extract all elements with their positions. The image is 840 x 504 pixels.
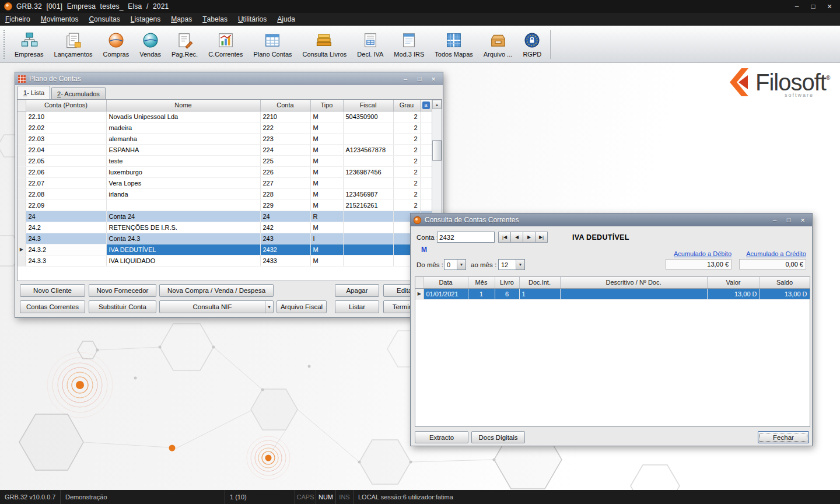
toolbar-ccorrentes[interactable]: C.Correntes (203, 27, 248, 62)
plano-de-contas-window: Plano de Contas – □ × 1 - Lista 2 - Acum… (15, 72, 443, 318)
table-row[interactable]: ▶24.3.2IVA DEDUTÍVEL2432M (18, 244, 432, 255)
maximize-button[interactable]: □ (805, 1, 821, 12)
toolbar-plano-contas[interactable]: Plano Contas (248, 27, 297, 62)
menu-tabelas[interactable]: Tabelas (197, 13, 233, 26)
menu-movimentos[interactable]: Movimentos (36, 13, 84, 26)
column-header[interactable]: Mês (468, 277, 495, 288)
toolbar-consulta-livros[interactable]: Consulta Livros (298, 27, 352, 62)
column-header[interactable]: Grau (393, 100, 420, 111)
row-indicator (18, 188, 26, 200)
column-header[interactable]: Conta (Pontos) (26, 100, 106, 111)
column-header[interactable]: Conta (260, 100, 310, 111)
scrollbar-thumb[interactable] (432, 140, 442, 161)
table-row[interactable]: 22.04ESPANHA224MA12345678782 (18, 144, 432, 155)
table-row[interactable]: 24Conta 2424R (18, 211, 432, 222)
table-row[interactable]: 22.07Vera Lopes227M2 (18, 177, 432, 188)
consulta-nif-button[interactable]: Consulta NIF ▾ (159, 300, 274, 313)
column-header[interactable]: Saldo (760, 277, 810, 288)
column-header[interactable]: Fiscal (343, 100, 393, 111)
close-button[interactable]: × (821, 1, 838, 12)
toolbar-pagrec[interactable]: Pag.Rec. (166, 27, 203, 62)
column-header[interactable]: Valor (707, 277, 760, 288)
column-header[interactable]: Data (424, 277, 468, 288)
cell-nome: ESPANHA (106, 144, 260, 155)
arquivo-fiscal-button[interactable]: Arquivo Fiscal (276, 300, 327, 313)
menu-ficheiro[interactable]: Ficheiro (0, 13, 36, 26)
fechar-button[interactable]: Fechar (758, 431, 809, 443)
close-button[interactable]: × (426, 74, 440, 84)
column-chooser-icon[interactable]: a (422, 102, 430, 109)
column-options-header[interactable]: a (420, 100, 432, 111)
consulta-window-title-bar[interactable]: Consulta de Contas Correntes – □ × (411, 214, 812, 226)
close-button[interactable]: × (796, 215, 810, 225)
acumulado-debito-link[interactable]: Acumulado a Débito (666, 250, 732, 257)
table-row[interactable]: 22.06luxemburgo226M12369874562 (18, 166, 432, 177)
table-row[interactable]: ▶01/01/202116113,00 D13,00 D (415, 288, 810, 299)
cell-tipo: R (310, 211, 343, 222)
table-row[interactable]: 24.2RETENÇÕES DE I.R.S.242M (18, 222, 432, 233)
ao-mes-value: 12 (499, 261, 516, 268)
acumulado-credito-link[interactable]: Acumulado a Crédito (739, 250, 806, 257)
table-row[interactable]: 22.02madeira222M2 (18, 122, 432, 133)
column-header[interactable]: Livro (495, 277, 519, 288)
column-header[interactable]: Tipo (310, 100, 343, 111)
next-record-button[interactable]: ▶ (523, 232, 536, 243)
table-row[interactable]: 24.3Conta 24.3243I (18, 233, 432, 244)
table-row[interactable]: 22.05teste225M2 (18, 155, 432, 166)
toolbar-compras[interactable]: Compras (98, 27, 135, 62)
table-row[interactable]: 22.10Novadis Unipessoal Lda2210M50435090… (18, 111, 432, 122)
cell-data: 01/01/2021 (424, 288, 468, 299)
table-row[interactable]: 24.3.3IVA LIQUIDADO2433M (18, 255, 432, 266)
toolbar-grip[interactable] (4, 30, 6, 59)
table-row[interactable]: 22.08irlanda228M1234569872 (18, 188, 432, 200)
cell-fiscal (343, 133, 393, 144)
minimize-button[interactable]: – (789, 1, 805, 12)
restore-button[interactable]: □ (412, 74, 426, 84)
substituir-conta-button[interactable]: Substituir Conta (89, 300, 156, 313)
toolbar-arquivo[interactable]: Arquivo ... (478, 27, 518, 62)
extracto-button[interactable]: Extracto (415, 431, 468, 443)
row-indicator (18, 166, 26, 177)
column-header[interactable]: Descritivo / Nº Doc. (560, 277, 707, 288)
scroll-up-button[interactable]: ▲ (432, 100, 442, 109)
toolbar-empresas[interactable]: Empresas (9, 27, 49, 62)
toolbar-vendas[interactable]: Vendas (134, 27, 166, 62)
column-header[interactable]: Nome (106, 100, 260, 111)
novo-cliente-button[interactable]: Novo Cliente (20, 284, 85, 297)
contas-correntes-button[interactable]: Contas Correntes (20, 300, 85, 313)
menu-consultas[interactable]: Consultas (83, 13, 125, 26)
listar-button[interactable]: Listar (335, 300, 379, 313)
app-title-bar[interactable]: GRB.32 [001] Empresa testes_ Elsa / 2021… (0, 0, 840, 13)
novo-fornecedor-button[interactable]: Novo Fornecedor (89, 284, 156, 297)
menu-mapas[interactable]: Mapas (166, 13, 197, 26)
menu-listagens[interactable]: Listagens (125, 13, 166, 26)
table-row[interactable]: 22.09229M2152162612 (18, 200, 432, 211)
menu-ajuda[interactable]: Ajuda (272, 13, 300, 26)
toolbar-decl-iva[interactable]: Decl. IVA (352, 27, 388, 62)
do-mes-select[interactable]: 0 ▾ (444, 259, 466, 270)
plano-grid-body: 22.10Novadis Unipessoal Lda2210M50435090… (18, 111, 432, 266)
tab-acumulados[interactable]: 2 - Acumulados (51, 88, 106, 99)
toolbar-rgpd[interactable]: RGPD (517, 27, 547, 62)
first-record-button[interactable]: |◀ (498, 232, 511, 243)
previous-record-button[interactable]: ◀ (510, 232, 523, 243)
toolbar-todos-mapas[interactable]: Todos Mapas (429, 27, 478, 62)
apagar-button[interactable]: Apagar (335, 284, 379, 297)
table-row[interactable]: 22.03alemanha223M2 (18, 133, 432, 144)
nova-compra-venda-despesa-button[interactable]: Nova Compra / Venda / Despesa (159, 284, 274, 297)
ao-mes-select[interactable]: 12 ▾ (498, 259, 525, 270)
maximize-button[interactable]: □ (782, 215, 796, 225)
last-record-button[interactable]: ▶| (535, 232, 548, 243)
plano-window-title-bar[interactable]: Plano de Contas – □ × (15, 72, 443, 85)
minimize-button[interactable]: – (398, 74, 412, 84)
minimize-button[interactable]: – (768, 215, 782, 225)
dropdown-arrow-icon[interactable]: ▾ (265, 301, 273, 313)
column-header[interactable]: Doc.Int. (519, 277, 560, 288)
cell-conta_pontos: 22.02 (26, 122, 106, 133)
toolbar-lancamentos[interactable]: Lançamentos (49, 27, 98, 62)
toolbar-mod3-irs[interactable]: Mod.3 IRS (388, 27, 429, 62)
tab-lista[interactable]: 1 - Lista (18, 86, 50, 99)
conta-input[interactable] (437, 232, 495, 243)
docs-digitais-button[interactable]: Docs Digitais (471, 431, 525, 443)
menu-utilitarios[interactable]: Utilitários (233, 13, 272, 26)
